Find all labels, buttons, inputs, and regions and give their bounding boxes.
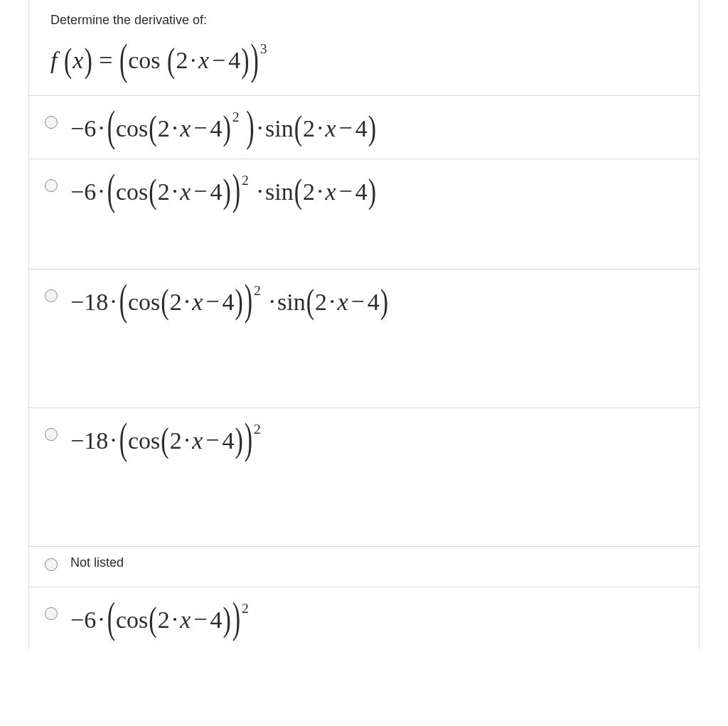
question-panel: Determine the derivative of: f (x) = (co… <box>28 0 700 649</box>
answer-option[interactable]: −6·(cos(2·x−4)2 )·sin(2·x−4) <box>29 96 699 159</box>
question-stem: Determine the derivative of: f (x) = (co… <box>29 0 699 95</box>
radio-icon[interactable] <box>45 179 58 192</box>
radio-icon[interactable] <box>45 116 58 129</box>
question-prompt: Determine the derivative of: <box>50 13 678 28</box>
option-text: Not listed <box>70 555 124 570</box>
option-math: −6·(cos(2·x−4))2 ·sin(2·x−4) <box>70 168 377 213</box>
option-math: −18·(cos(2·x−4))2 <box>70 417 261 462</box>
answer-list: −6·(cos(2·x−4)2 )·sin(2·x−4) −6·(cos(2·x… <box>29 95 699 650</box>
option-math: −6·(cos(2·x−4))2 <box>70 596 249 641</box>
answer-option[interactable]: −6·(cos(2·x−4))2 <box>29 587 699 650</box>
radio-icon[interactable] <box>45 289 58 302</box>
answer-option[interactable]: −6·(cos(2·x−4))2 ·sin(2·x−4) <box>29 159 699 269</box>
radio-icon[interactable] <box>45 607 58 620</box>
radio-icon[interactable] <box>45 558 58 571</box>
option-math: −18·(cos(2·x−4))2 ·sin(2·x−4) <box>70 278 389 324</box>
option-math: −6·(cos(2·x−4)2 )·sin(2·x−4) <box>70 105 377 150</box>
radio-icon[interactable] <box>45 428 58 441</box>
answer-option[interactable]: −18·(cos(2·x−4))2 ·sin(2·x−4) <box>29 269 699 408</box>
answer-option[interactable]: Not listed <box>29 547 699 587</box>
question-function: f (x) = (cos (2·x−4))3 <box>50 41 678 74</box>
answer-option[interactable]: −18·(cos(2·x−4))2 <box>29 408 699 547</box>
